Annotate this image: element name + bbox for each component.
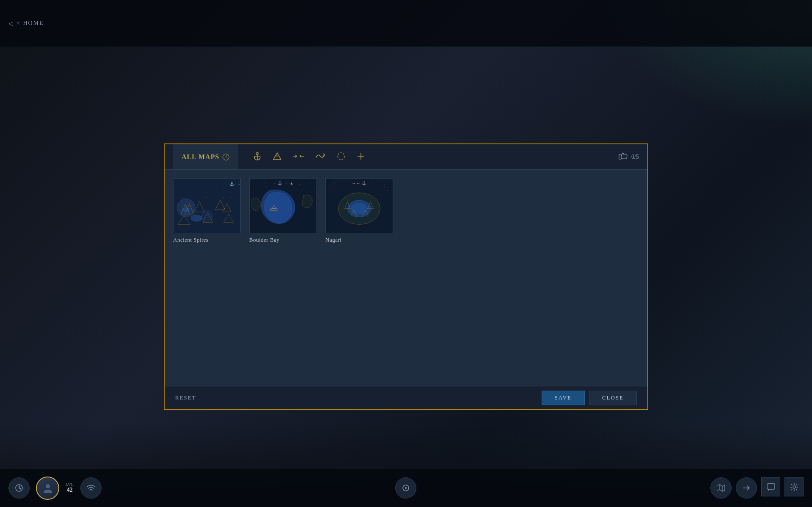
svg-point-56: [334, 182, 334, 183]
info-icon[interactable]: i: [223, 154, 229, 160]
settings-icon[interactable]: [784, 477, 804, 496]
footer-right-buttons: SAVE CLOSE: [542, 391, 637, 405]
svg-rect-82: [767, 484, 775, 489]
svg-point-0: [256, 153, 259, 155]
svg-text:▲: ▲: [290, 181, 294, 185]
svg-marker-75: [19, 485, 21, 489]
svg-point-31: [223, 189, 224, 190]
svg-point-73: [384, 187, 385, 188]
svg-point-79: [405, 487, 407, 489]
versus-filter-icon[interactable]: [292, 152, 304, 162]
svg-point-59: [372, 182, 372, 182]
vote-counter: 0/5: [619, 152, 639, 162]
svg-point-23: [182, 207, 190, 212]
center-icon[interactable]: [395, 477, 416, 499]
svg-point-35: [206, 197, 207, 198]
map-name-ancient-spires: Ancient Spires: [173, 237, 209, 243]
home-label: < HOME: [17, 20, 44, 27]
level-prefix: LVL: [66, 482, 74, 487]
svg-text:→|←: →|←: [237, 182, 240, 186]
svg-point-22: [191, 215, 203, 222]
svg-point-40: [264, 182, 264, 182]
wifi-icon[interactable]: [80, 477, 102, 499]
swirl-filter-icon[interactable]: [315, 152, 326, 162]
svg-point-52: [266, 187, 267, 187]
level-badge: LVL 42: [66, 482, 74, 493]
arrow-icon[interactable]: [736, 477, 757, 499]
svg-point-36: [223, 197, 224, 198]
svg-point-65: [351, 203, 367, 215]
svg-rect-10: [619, 154, 621, 159]
svg-point-41: [275, 183, 275, 184]
bottom-bar: LVL 42: [0, 469, 812, 507]
mountain-filter-icon[interactable]: [273, 152, 282, 162]
map-name-nagari: Nagari: [325, 237, 341, 243]
svg-point-13: [201, 210, 213, 223]
svg-point-44: [310, 182, 310, 182]
home-arrow-icon: ◁: [8, 20, 14, 27]
filter-icons-group: [253, 152, 366, 162]
home-button[interactable]: ◁ < HOME: [8, 20, 44, 27]
bottom-icon-left[interactable]: [8, 477, 30, 499]
svg-point-33: [182, 197, 182, 198]
svg-point-60: [384, 185, 384, 185]
map-icon[interactable]: [710, 477, 732, 499]
map-thumbnail-nagari[interactable]: →|← ⚓: [325, 178, 393, 233]
svg-point-30: [215, 189, 216, 190]
vote-icon: [619, 152, 628, 162]
svg-text:⚓: ⚓: [229, 181, 235, 187]
plus-filter-icon[interactable]: [356, 152, 366, 162]
modal-content: ⚓ →|←: [165, 170, 647, 386]
map-thumbnail-boulder-bay[interactable]: ⚓ →|← ▲: [249, 178, 317, 233]
map-item-boulder-bay[interactable]: ⚓ →|← ▲: [249, 178, 317, 243]
svg-point-51: [258, 187, 259, 187]
chat-icon[interactable]: [761, 477, 780, 496]
close-button[interactable]: CLOSE: [589, 391, 637, 405]
svg-point-7: [338, 153, 344, 160]
svg-text:⚓: ⚓: [278, 181, 283, 186]
svg-point-62: [387, 190, 388, 190]
map-item-nagari[interactable]: →|← ⚓ Nagari: [325, 178, 393, 243]
svg-point-27: [190, 189, 191, 190]
top-bar: ◁ < HOME: [0, 0, 812, 47]
svg-point-43: [300, 184, 300, 185]
circle-filter-icon[interactable]: [336, 152, 346, 162]
modal-footer: RESET SAVE CLOSE: [165, 386, 647, 409]
svg-point-34: [190, 197, 191, 198]
svg-point-37: [231, 197, 232, 198]
svg-point-53: [300, 187, 300, 187]
all-maps-tab[interactable]: All Maps i: [173, 144, 238, 169]
save-button[interactable]: SAVE: [542, 391, 585, 405]
player-avatar[interactable]: [36, 477, 59, 500]
maps-modal: All Maps i: [164, 143, 648, 410]
reset-button[interactable]: RESET: [175, 394, 196, 401]
svg-point-72: [334, 187, 335, 188]
svg-point-77: [91, 491, 91, 492]
map-name-boulder-bay: Boulder Bay: [249, 237, 280, 243]
svg-text:→|←: →|←: [352, 181, 360, 185]
level-number: 42: [67, 487, 73, 493]
svg-point-57: [347, 181, 347, 181]
vote-count-text: 0/5: [631, 154, 639, 160]
maps-grid: ⚓ →|←: [173, 178, 639, 243]
svg-point-39: [256, 185, 256, 185]
svg-point-83: [793, 486, 795, 488]
map-thumbnail-ancient-spires[interactable]: ⚓ →|←: [173, 178, 241, 233]
anchor-filter-icon[interactable]: [253, 152, 262, 162]
svg-point-45: [314, 187, 314, 188]
svg-point-76: [46, 484, 50, 488]
bottom-right-icons: [710, 477, 804, 499]
modal-header: All Maps i: [165, 144, 647, 170]
svg-point-28: [198, 189, 199, 190]
svg-point-32: [231, 189, 232, 190]
modal-overlay: All Maps i: [0, 47, 812, 507]
svg-point-46: [253, 193, 253, 193]
svg-point-26: [182, 189, 182, 190]
svg-point-61: [330, 191, 331, 191]
svg-point-42: [287, 181, 287, 181]
svg-point-29: [206, 189, 207, 190]
svg-point-54: [308, 187, 308, 187]
map-item-ancient-spires[interactable]: ⚓ →|←: [173, 178, 241, 243]
svg-text:⚓: ⚓: [362, 181, 367, 186]
all-maps-label: All Maps: [182, 153, 219, 161]
